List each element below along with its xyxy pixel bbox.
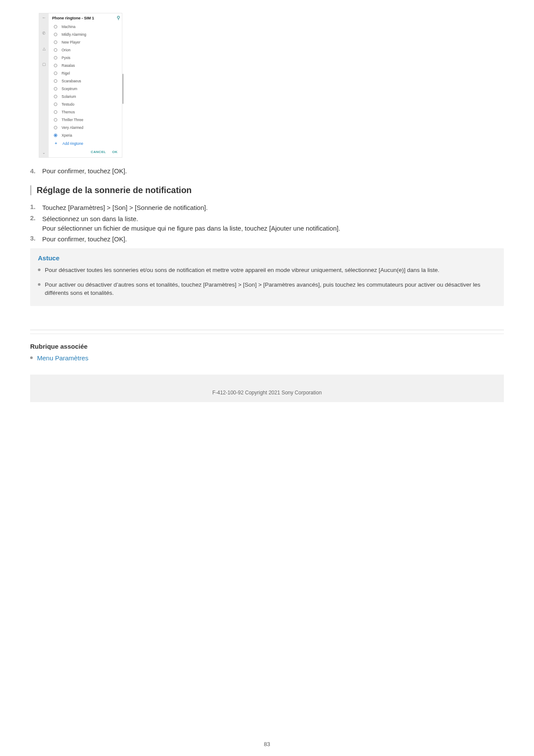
- step-row: 2.Sélectionnez un son dans la liste.Pour…: [30, 214, 504, 233]
- ok-button[interactable]: OK: [112, 150, 118, 154]
- ringtone-label: Orion: [62, 48, 71, 52]
- ringtone-label: Rasalas: [62, 63, 75, 68]
- radio-icon: [54, 126, 57, 129]
- radio-icon: [54, 64, 57, 67]
- ringtone-option[interactable]: Themos: [49, 108, 122, 116]
- separator: [30, 334, 504, 334]
- add-ringtone-label: Add ringtone: [62, 141, 83, 146]
- ringtone-label: Scarabaeus: [62, 79, 81, 83]
- step-number: 2.: [30, 214, 42, 233]
- step-number: 4.: [30, 167, 42, 175]
- ringtone-label: Thriller Three: [62, 118, 83, 122]
- step-body: Touchez [Paramètres] > [Son] > [Sonnerie…: [42, 203, 504, 212]
- step-body: Sélectionnez un son dans la liste.Pour s…: [42, 214, 504, 233]
- related-title: Rubrique associée: [30, 343, 504, 350]
- back-icon: ←: [42, 15, 46, 20]
- scrollbar: [122, 74, 124, 104]
- plus-icon: +: [54, 141, 58, 146]
- page-number: 83: [0, 741, 534, 747]
- step-line: Touchez [Paramètres] > [Son] > [Sonnerie…: [42, 203, 504, 212]
- add-ringtone-row[interactable]: + Add ringtone: [49, 139, 122, 147]
- tip-title: Astuce: [38, 254, 496, 262]
- radio-icon: [54, 95, 57, 98]
- ringtone-option[interactable]: Pyxis: [49, 54, 122, 62]
- radio-icon: [54, 41, 57, 44]
- step-body: Pour confirmer, touchez [OK].: [42, 234, 504, 244]
- section-heading: Réglage de la sonnerie de notification: [30, 185, 504, 195]
- footer: F-412-100-92 Copyright 2021 Sony Corpora…: [30, 375, 504, 402]
- ringtone-option[interactable]: Scarabaeus: [49, 77, 122, 85]
- ringtone-label: New Player: [62, 40, 80, 44]
- ringtone-dialog: Phone ringtone - SIM 1 MachinaMildly Ala…: [49, 13, 122, 157]
- tip-box: Astuce Pour désactiver toutes les sonner…: [30, 248, 504, 306]
- tip-text: Pour désactiver toutes les sonneries et/…: [45, 266, 439, 275]
- ringtone-option[interactable]: Sceptrum: [49, 85, 122, 93]
- step-line: Pour confirmer, touchez [OK].: [42, 234, 504, 244]
- ringtone-option[interactable]: Mildly Alarming: [49, 31, 122, 38]
- radio-icon: [54, 48, 57, 52]
- ringtone-label: Pyxis: [62, 56, 70, 60]
- phone-screenshot: ← ✆ △ ▢ ⌄ ⚲ Phone ringtone - SIM 1 Machi…: [39, 13, 121, 158]
- steps-list: 1.Touchez [Paramètres] > [Son] > [Sonner…: [30, 203, 504, 244]
- ringtone-label: Solarium: [62, 94, 76, 99]
- bullet-icon: [38, 269, 40, 271]
- step-row: 1.Touchez [Paramètres] > [Son] > [Sonner…: [30, 203, 504, 212]
- tip-text: Pour activer ou désactiver d’autres sons…: [45, 281, 496, 297]
- ringtone-option[interactable]: Testudo: [49, 100, 122, 108]
- step-text: Pour confirmer, touchez [OK].: [42, 167, 127, 175]
- related-list: Menu Paramètres: [30, 354, 504, 362]
- bullet-icon: [30, 356, 33, 359]
- search-icon: ⚲: [117, 15, 120, 21]
- ringtone-list: MachinaMildly AlarmingNew PlayerOrionPyx…: [49, 23, 122, 139]
- vibration-icon: ▢: [42, 62, 46, 66]
- radio-icon: [54, 87, 57, 91]
- radio-icon: [54, 134, 57, 137]
- down-arrow-icon: ⌄: [42, 150, 46, 155]
- ringtone-option[interactable]: Xperia: [49, 131, 122, 139]
- ringtone-label: Machina: [62, 25, 75, 29]
- tip-bullet: Pour désactiver toutes les sonneries et/…: [38, 266, 496, 275]
- ringtone-option[interactable]: Orion: [49, 46, 122, 54]
- radio-icon: [54, 110, 57, 114]
- ringtone-option[interactable]: Machina: [49, 23, 122, 31]
- footer-text: F-412-100-92 Copyright 2021 Sony Corpora…: [212, 390, 322, 396]
- radio-icon: [54, 72, 57, 75]
- ringtone-option[interactable]: Thriller Three: [49, 116, 122, 124]
- radio-icon: [54, 25, 57, 28]
- radio-icon: [54, 33, 57, 36]
- ringtone-option[interactable]: Rasalas: [49, 62, 122, 69]
- separator: [30, 330, 504, 330]
- phone-sidebar: ← ✆ △ ▢ ⌄: [39, 13, 49, 157]
- step-line: Sélectionnez un son dans la liste.: [42, 214, 504, 224]
- phone-icon: ✆: [42, 31, 46, 35]
- radio-icon: [54, 103, 57, 106]
- ringtone-label: Xperia: [62, 133, 72, 137]
- related-item: Menu Paramètres: [30, 354, 504, 362]
- cancel-button[interactable]: CANCEL: [91, 150, 106, 154]
- ringtone-option[interactable]: New Player: [49, 38, 122, 46]
- ringtone-label: Testudo: [62, 102, 75, 106]
- ringtone-label: Mildly Alarming: [62, 32, 86, 37]
- step-number: 3.: [30, 234, 42, 244]
- ringtone-option[interactable]: Rigel: [49, 69, 122, 77]
- step-4: 4. Pour confirmer, touchez [OK].: [30, 167, 504, 175]
- ringtone-label: Themos: [62, 110, 75, 114]
- radio-icon: [54, 118, 57, 122]
- ringtone-option[interactable]: Solarium: [49, 93, 122, 100]
- radio-icon: [54, 56, 57, 59]
- dialog-title: Phone ringtone - SIM 1: [49, 13, 122, 23]
- step-line: Pour sélectionner un fichier de musique …: [42, 224, 504, 233]
- notification-icon: △: [43, 47, 46, 51]
- ringtone-label: Sceptrum: [62, 87, 77, 91]
- step-row: 3.Pour confirmer, touchez [OK].: [30, 234, 504, 244]
- radio-icon: [54, 79, 57, 83]
- tip-bullet: Pour activer ou désactiver d’autres sons…: [38, 281, 496, 297]
- ringtone-option[interactable]: Very Alarmed: [49, 124, 122, 131]
- step-number: 1.: [30, 203, 42, 212]
- bullet-icon: [38, 283, 40, 286]
- ringtone-label: Very Alarmed: [62, 125, 84, 130]
- related-link[interactable]: Menu Paramètres: [37, 354, 88, 362]
- ringtone-label: Rigel: [62, 71, 70, 75]
